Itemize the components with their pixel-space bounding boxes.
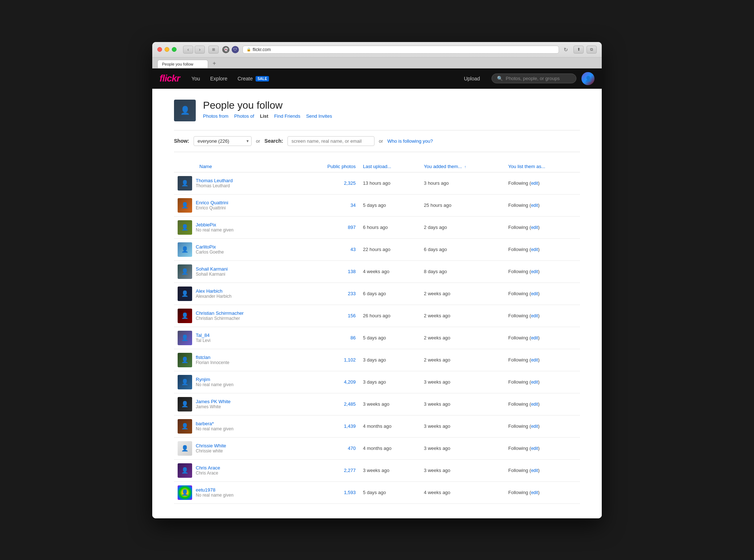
who-follows-link[interactable]: Who is following you? [387,138,433,144]
person-name-link-0[interactable]: Thomas Leuthard [196,178,233,183]
person-name-link-11[interactable]: barbera* [196,421,233,426]
person-avatar-2[interactable]: 👤 [178,220,192,235]
forward-button[interactable]: › [195,46,205,54]
person-name-link-5[interactable]: Alex Harbich [196,288,232,294]
col-photos[interactable]: Public photos [299,161,359,172]
photo-count-link-4[interactable]: 138 [348,269,356,274]
edit-link-9[interactable]: edit [531,380,538,385]
edit-link-14[interactable]: edit [531,490,538,495]
photo-count-link-14[interactable]: 1,593 [344,490,356,495]
person-avatar-6[interactable]: 👤 [178,309,192,323]
photo-count-link-5[interactable]: 233 [348,291,356,296]
edit-link-5[interactable]: edit [531,291,538,296]
photo-count-link-1[interactable]: 34 [351,202,356,208]
close-button[interactable] [157,47,162,52]
active-tab[interactable]: People you follow [157,60,208,68]
nav-you[interactable]: You [187,73,204,84]
person-avatar-9[interactable]: 👤 [178,375,192,389]
person-avatar-0[interactable]: 👤 [178,176,192,191]
person-list-as-8: Following (edit) [505,349,580,371]
edit-link-11[interactable]: edit [531,424,538,429]
ext-icon-2[interactable]: 🛡 [232,46,239,53]
person-name-link-12[interactable]: Chrissie White [196,443,226,448]
flickr-logo[interactable]: flickr [160,73,180,84]
edit-link-0[interactable]: edit [531,181,538,186]
person-name-link-7[interactable]: Tal_84 [196,333,211,338]
address-bar[interactable]: 🔒 flickr.com [243,46,559,54]
subnav-photos-of[interactable]: Photos of [234,113,254,119]
person-avatar-5[interactable]: 👤 [178,287,192,301]
col-added[interactable]: You added them... ↑ [420,161,505,172]
person-list-as-12: Following (edit) [505,437,580,459]
edit-link-13[interactable]: edit [531,468,538,473]
person-avatar-10[interactable]: 👤 [178,397,192,411]
minimize-button[interactable] [165,47,169,52]
nav-create[interactable]: Create SALE [233,73,273,84]
person-avatar-13[interactable]: 👤 [178,463,192,478]
search-input[interactable] [506,76,571,81]
new-tab-grid-button[interactable]: ⧉ [587,46,597,54]
ext-icon-1[interactable]: 👻 [222,46,229,53]
share-button[interactable]: ⬆ [573,46,584,54]
back-button[interactable]: ‹ [183,46,193,54]
photo-count-link-9[interactable]: 4,209 [344,379,356,385]
nav-upload[interactable]: Upload [458,73,486,84]
col-list-as[interactable]: You list them as... [505,161,580,172]
person-avatar-11[interactable]: 👤 [178,419,192,434]
photo-count-link-6[interactable]: 156 [348,313,356,318]
photo-count-link-11[interactable]: 1,439 [344,423,356,429]
person-avatar-8[interactable]: 👤 [178,353,192,367]
photo-count-link-3[interactable]: 43 [351,247,356,252]
person-avatar-3[interactable]: 👤 [178,242,192,257]
person-avatar-7[interactable]: 👤 [178,331,192,345]
edit-link-2[interactable]: edit [531,225,538,230]
nav-search[interactable]: 🔍 [492,74,576,83]
person-avatar-14[interactable]: 👤 [178,485,192,500]
person-name-link-6[interactable]: Christian Schirrmacher [196,310,244,316]
person-name-link-14[interactable]: eetu1978 [196,487,233,493]
nav-explore[interactable]: Explore [206,73,232,84]
subnav-send-invites[interactable]: Send Invites [306,113,332,119]
person-name-link-9[interactable]: Rynjim [196,377,233,382]
edit-link-3[interactable]: edit [531,247,538,252]
person-name-link-3[interactable]: CarlitoPix [196,244,224,250]
subnav-list[interactable]: List [260,113,268,119]
maximize-button[interactable] [172,47,177,52]
edit-link-8[interactable]: edit [531,358,538,363]
col-last-upload[interactable]: Last upload... [359,161,420,172]
col-name[interactable]: Name [174,161,299,172]
photo-count-link-0[interactable]: 2,325 [344,180,356,186]
user-avatar[interactable]: 👤 [581,72,594,85]
person-photos-2: 897 [299,216,359,238]
person-name-link-4[interactable]: Sohail Karmani [196,266,228,272]
photo-count-link-7[interactable]: 86 [351,335,356,340]
reload-button[interactable]: ↻ [562,46,570,54]
edit-link-12[interactable]: edit [531,446,538,451]
edit-link-4[interactable]: edit [531,269,538,274]
edit-link-7[interactable]: edit [531,335,538,340]
edit-link-6[interactable]: edit [531,313,538,318]
person-real-name-0: Thomas Leuthard [196,183,233,188]
filter-search-input[interactable] [287,136,374,146]
edit-link-10[interactable]: edit [531,402,538,407]
sidebar-button[interactable]: ⊞ [208,46,219,54]
photo-count-link-8[interactable]: 1,102 [344,357,356,363]
photo-count-link-10[interactable]: 2,485 [344,401,356,407]
person-photos-4: 138 [299,260,359,283]
person-name-link-2[interactable]: JebbiePix [196,222,233,227]
person-avatar-4[interactable]: 👤 [178,264,192,279]
person-name-link-13[interactable]: Chris Arace [196,465,220,471]
photo-count-link-2[interactable]: 897 [348,225,356,230]
person-name-link-10[interactable]: James PK White [196,399,231,404]
photo-count-link-12[interactable]: 470 [348,446,356,451]
person-avatar-12[interactable]: 👤 [178,441,192,456]
show-select[interactable]: everyone (226) [194,136,252,146]
person-name-link-1[interactable]: Enrico Quattrini [196,200,228,205]
person-name-link-8[interactable]: flstclan [196,355,229,360]
person-avatar-1[interactable]: 👤 [178,198,192,213]
subnav-photos-from[interactable]: Photos from [203,113,228,119]
new-tab-button[interactable]: + [210,59,218,67]
photo-count-link-13[interactable]: 2,277 [344,468,356,473]
edit-link-1[interactable]: edit [531,203,538,208]
subnav-find-friends[interactable]: Find Friends [274,113,300,119]
